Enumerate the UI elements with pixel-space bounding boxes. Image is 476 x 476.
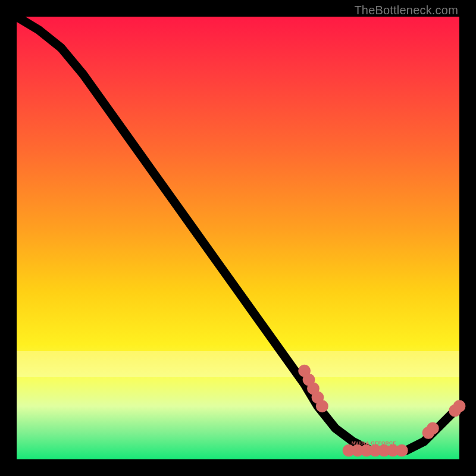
data-dot: [309, 384, 317, 392]
series-annotation: NVIDIA GEFORCE: [352, 440, 397, 446]
data-dot: [305, 375, 312, 383]
data-dot: [455, 402, 463, 410]
chart-frame: TheBottleneck.com NVIDIA GEFORCE: [0, 0, 476, 476]
plot-area: NVIDIA GEFORCE: [17, 17, 459, 459]
data-dot: [398, 446, 406, 454]
data-dot: [314, 393, 321, 401]
watermark-text: TheBottleneck.com: [354, 4, 458, 17]
data-dot: [318, 402, 326, 410]
bottleneck-curve: [17, 17, 459, 450]
data-dot: [429, 424, 437, 432]
data-dot: [300, 367, 308, 375]
curve-svg: [17, 17, 459, 459]
